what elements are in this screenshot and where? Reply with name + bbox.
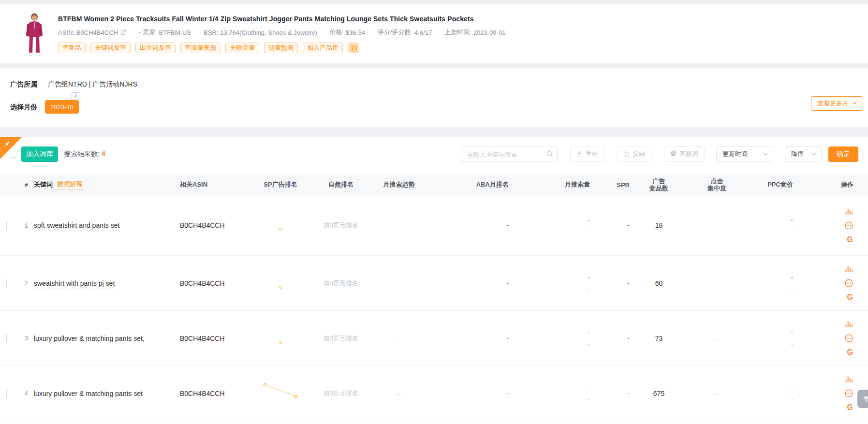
col-ppc: PPC竞价 (750, 180, 797, 189)
more-actions-icon[interactable] (845, 221, 853, 230)
sp-rank-sparkline (244, 341, 317, 344)
col-ad-competitors: 广告 竞品数 (633, 177, 684, 192)
product-meta-row: ASIN: B0CH4B4CCH - 卖家: BTFBM-US BSR: 13,… (58, 28, 853, 37)
ad-attribution-label: 广告所属 (10, 80, 37, 89)
more-actions-icon[interactable] (845, 389, 853, 397)
scroll-top-button[interactable] (857, 390, 868, 408)
col-num: # (17, 181, 28, 189)
month-count-badge: 4 (72, 92, 79, 100)
col-volume: 月搜索量 (513, 180, 594, 189)
col-spr: SPR (594, 181, 633, 189)
data-explain-link[interactable]: 数据解释 (58, 180, 83, 190)
tag-keyword-reverse[interactable]: 关键词反查 (90, 43, 131, 53)
month-select-label: 选择月份 (10, 103, 37, 112)
tag-order-word-reverse[interactable]: 出单词反查 (135, 43, 176, 53)
keyword-link[interactable]: luxury pullover & matching pants set (34, 390, 143, 399)
sort-order-dropdown[interactable]: 降序 (785, 146, 822, 162)
google-icon[interactable]: G (847, 294, 853, 301)
col-keyword: 关键词 (34, 180, 53, 189)
row-checkbox[interactable] (6, 279, 7, 288)
google-icon[interactable]: G (847, 349, 853, 356)
chevron-up-icon (852, 102, 857, 105)
product-price: 价格: $36.54 (329, 28, 365, 37)
col-action: 操作 (797, 180, 868, 189)
add-to-lexicon-button[interactable]: 加入词库 (21, 146, 58, 162)
product-rating: 评分/评分数: 4.6/17 (378, 28, 432, 37)
product-image-graphic (19, 13, 49, 57)
row-checkbox[interactable] (6, 334, 7, 343)
tag-sales-forecast[interactable]: 销量预测 (264, 43, 298, 53)
product-title: BTFBM Women 2 Piece Tracksuits Fall Wint… (58, 15, 853, 23)
col-aba-rank: ABA月排名 (433, 180, 513, 189)
select-all-checkbox[interactable] (10, 151, 16, 158)
product-header-card: BTFBM Women 2 Piece Tracksuits Fall Wint… (0, 4, 868, 63)
col-natural-rank: 自然排名 (317, 180, 365, 189)
keyword-link[interactable]: sweatshirt with pants pj set (34, 279, 115, 289)
keyword-search (461, 146, 558, 162)
pie-chart-icon (670, 150, 677, 158)
search-icon (546, 151, 553, 160)
product-launch-date: 上架时间: 2023-09-01 (444, 28, 505, 37)
page: BTFBM Women 2 Piece Tracksuits Fall Wint… (0, 0, 868, 424)
download-icon (576, 150, 583, 158)
col-trend: 月搜索趋势 (365, 180, 433, 189)
search-input[interactable] (461, 146, 558, 162)
sort-field-dropdown[interactable]: 更新时间 (716, 146, 773, 162)
keyword-link[interactable]: soft sweatshirt and pants set (34, 221, 119, 231)
view-more-months-button[interactable]: 查看更多月 (811, 96, 863, 111)
ad-attribution-value: 广告组NTRD | 广告活动NJRS (48, 80, 137, 89)
keyword-table-card: 加入词库 搜索结果数:4 (0, 137, 868, 424)
arrow-up-icon (863, 395, 868, 402)
more-actions-icon[interactable] (845, 279, 853, 287)
tag-check-competitor[interactable]: 查竞品 (58, 43, 86, 53)
bar-chart-icon[interactable] (845, 265, 853, 272)
col-click-concentration: 点击 集中度 (684, 177, 750, 192)
keyword-link[interactable]: luxury pullover & matching pants set, (34, 335, 145, 344)
table-body: 1 soft sweatshirt and pants set B0CH4B4C… (0, 195, 868, 421)
external-link-icon[interactable] (120, 29, 126, 35)
product-asin: ASIN: B0CH4B4CCH (58, 29, 126, 36)
copy-button[interactable]: 复制 (617, 146, 651, 162)
tag-add-to-product-library[interactable]: 加入产品库 (303, 43, 343, 53)
month-chip-2023-10[interactable]: 2023-10 (45, 100, 79, 114)
export-button[interactable]: 导出 (570, 146, 604, 162)
bar-chart-icon[interactable] (845, 321, 853, 327)
bar-chart-icon[interactable] (845, 208, 853, 215)
sp-rank-sparkline (244, 286, 317, 289)
chevron-down-icon (763, 153, 768, 156)
row-checkbox[interactable] (6, 221, 7, 230)
table-row: 2 sweatshirt with pants pj set B0CH4B4CC… (0, 256, 868, 311)
google-icon[interactable]: G (847, 404, 853, 411)
col-asin: 相关ASIN (174, 180, 244, 189)
row-checkbox[interactable] (6, 389, 7, 398)
calculator-icon[interactable] (348, 43, 359, 53)
table-toolbar: 加入词库 搜索结果数:4 (0, 146, 868, 162)
bar-chart-icon[interactable] (845, 376, 853, 382)
product-image[interactable] (19, 13, 49, 57)
sp-rank-sparkline (244, 228, 317, 231)
table-row: 1 soft sweatshirt and pants set B0CH4B4C… (0, 195, 868, 256)
col-sp-rank: SP广告排名 (244, 180, 317, 189)
result-count: 搜索结果数:4 (64, 150, 105, 159)
tag-related-traffic[interactable]: 关联流量 (225, 43, 259, 53)
tag-traffic-source[interactable]: 查流量来源 (180, 43, 221, 53)
product-bsr: BSR: 13,764(Clothing, Shoes & Jewelry) (204, 29, 317, 36)
high-frequency-words-button[interactable]: 高频词 (664, 146, 705, 162)
sp-rank-sparkline (244, 383, 317, 398)
confirm-button[interactable]: 确定 (828, 146, 858, 162)
google-icon[interactable]: G (847, 236, 853, 243)
ad-attribution-card: 广告所属 广告组NTRD | 广告活动NJRS 选择月份 2023-10 4 查… (0, 68, 868, 127)
product-seller: - 卖家: BTFBM-US (139, 28, 191, 37)
table-row: 4 luxury pullover & matching pants set B… (0, 366, 868, 421)
product-action-tags: 查竞品 关键词反查 出单词反查 查流量来源 关联流量 销量预测 加入产品库 (58, 43, 853, 53)
table-row: 3 luxury pullover & matching pants set, … (0, 311, 868, 366)
table-header-row: # 关键词 数据解释 相关ASIN SP广告排名 自然排名 月搜索趋势 ABA月… (0, 174, 868, 195)
copy-icon (623, 150, 630, 158)
chevron-down-icon (811, 153, 816, 156)
more-actions-icon[interactable] (845, 334, 853, 342)
product-info: BTFBM Women 2 Piece Tracksuits Fall Wint… (58, 15, 853, 53)
